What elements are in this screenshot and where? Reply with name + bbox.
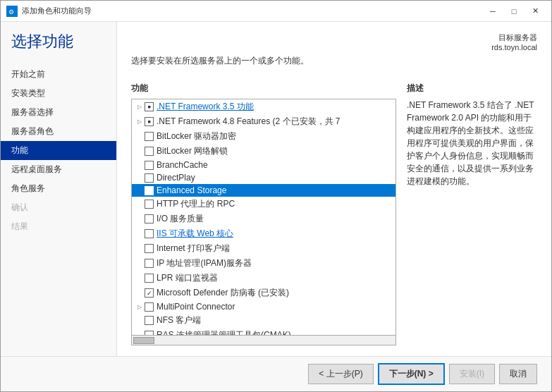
main-window: ⚙ 添加角色和功能向导 ─ □ ✕ 选择功能 开始之前 安装类型 服务器选择 服…	[0, 0, 552, 392]
feature-nfs[interactable]: NFS 客户端	[132, 313, 395, 328]
minimize-button[interactable]: ─	[482, 1, 503, 22]
feature-label-nfs: NFS 客户端	[157, 314, 201, 326]
expand-icon-io-quality	[135, 214, 145, 224]
sidebar-nav: 开始之前 安装类型 服务器选择 服务器角色 功能 远程桌面服务 角色服务 确认 …	[1, 65, 116, 236]
expand-icon-http-rpc	[135, 200, 145, 209]
title-text: 添加角色和功能向导	[22, 6, 92, 16]
next-button[interactable]: 下一步(N) >	[378, 363, 445, 385]
checkbox-bitlocker-drive[interactable]	[145, 132, 154, 141]
checkbox-defender[interactable]	[145, 288, 154, 298]
feature-bitlocker-net[interactable]: BitLocker 网络解锁	[132, 144, 395, 159]
feature-directplay[interactable]: DirectPlay	[132, 171, 395, 184]
main-panel: 目标服务器 rds.toyn.local 选择要安装在所选服务器上的一个或多个功…	[117, 22, 551, 356]
feature-bitlocker-drive[interactable]: BitLocker 驱动器加密	[132, 129, 395, 144]
expand-icon-nfs	[135, 316, 145, 326]
sidebar-item-results: 结果	[1, 217, 116, 236]
features-panel: 功能 ▷ .NET Framework 3.5 功能 ▷ .NET Fram	[131, 82, 396, 345]
expand-icon-ras	[135, 331, 145, 336]
checkbox-io-quality[interactable]	[145, 214, 154, 223]
title-bar-left: ⚙ 添加角色和功能向导	[6, 6, 92, 17]
expand-icon-net48[interactable]: ▷	[135, 117, 145, 127]
main-header: 目标服务器 rds.toyn.local 选择要安装在所选服务器上的一个或多个功…	[131, 32, 537, 74]
install-button[interactable]: 安装(I)	[449, 364, 495, 384]
feature-label-bitlocker-net: BitLocker 网络解锁	[157, 145, 228, 157]
title-controls: ─ □ ✕	[482, 1, 546, 22]
feature-label-multipoint: MultiPoint Connector	[157, 302, 235, 312]
checkbox-multipoint[interactable]	[145, 302, 154, 312]
sidebar-item-server-roles[interactable]: 服务器角色	[1, 122, 116, 141]
feature-lpr[interactable]: LPR 端口监视器	[132, 271, 395, 286]
feature-defender[interactable]: Microsoft Defender 防病毒 (已安装)	[132, 286, 395, 300]
two-column-layout: 功能 ▷ .NET Framework 3.5 功能 ▷ .NET Fram	[131, 82, 537, 345]
feature-ras[interactable]: RAS 连接管理器管理工具包(CMAK)	[132, 328, 395, 336]
checkbox-internet-print[interactable]	[145, 244, 154, 253]
description-text: .NET Framework 3.5 结合了 .NET Framework 2.…	[407, 99, 537, 188]
checkbox-net48[interactable]	[145, 117, 154, 126]
footer: < 上一步(P) 下一步(N) > 安装(I) 取消	[1, 356, 551, 391]
feature-multipoint[interactable]: ▷ MultiPoint Connector	[132, 300, 395, 313]
server-name: rds.toyn.local	[491, 43, 537, 51]
feature-enhanced-storage[interactable]: Enhanced Storage	[132, 184, 395, 197]
feature-label-net35: .NET Framework 3.5 功能	[157, 101, 254, 113]
expand-icon[interactable]: ▷	[135, 102, 145, 112]
instruction-text: 选择要安装在所选服务器上的一个或多个功能。	[131, 55, 537, 67]
expand-icon-defender	[135, 288, 145, 298]
expand-icon-bitlocker-net	[135, 147, 145, 157]
sidebar-item-start[interactable]: 开始之前	[1, 65, 116, 84]
checkbox-ras[interactable]	[145, 331, 154, 336]
expand-icon-lpr	[135, 274, 145, 283]
feature-branchcache[interactable]: BranchCache	[132, 159, 395, 171]
feature-net48[interactable]: ▷ .NET Framework 4.8 Features (2 个已安装，共 …	[132, 114, 395, 129]
feature-io-quality[interactable]: I/O 服务质量	[132, 212, 395, 226]
sidebar-item-server-select[interactable]: 服务器选择	[1, 103, 116, 122]
feature-label-io-quality: I/O 服务质量	[157, 213, 204, 225]
maximize-button[interactable]: □	[503, 1, 525, 22]
sidebar-item-rds[interactable]: 远程桌面服务	[1, 160, 116, 179]
checkbox-net35[interactable]	[145, 102, 154, 111]
expand-icon-internet-print	[135, 244, 145, 254]
checkbox-nfs[interactable]	[145, 316, 154, 325]
description-label: 描述	[407, 82, 537, 94]
sidebar-item-role-services[interactable]: 角色服务	[1, 179, 116, 198]
close-button[interactable]: ✕	[525, 1, 546, 22]
feature-label-net48: .NET Framework 4.8 Features (2 个已安装，共 7	[157, 116, 341, 128]
svg-text:⚙: ⚙	[8, 8, 14, 16]
feature-net35[interactable]: ▷ .NET Framework 3.5 功能	[132, 99, 395, 114]
checkbox-directplay[interactable]	[145, 173, 154, 183]
checkbox-lpr[interactable]	[145, 274, 154, 283]
sidebar-item-features[interactable]: 功能	[1, 141, 116, 160]
cancel-button[interactable]: 取消	[499, 364, 537, 384]
checkbox-http-rpc[interactable]	[145, 200, 154, 209]
features-list[interactable]: ▷ .NET Framework 3.5 功能 ▷ .NET Framework…	[131, 99, 396, 336]
title-bar: ⚙ 添加角色和功能向导 ─ □ ✕	[1, 1, 551, 22]
feature-http-rpc[interactable]: HTTP 代理上的 RPC	[132, 197, 395, 212]
checkbox-iis-core[interactable]	[145, 229, 154, 238]
checkbox-bitlocker-net[interactable]	[145, 147, 154, 156]
feature-label-http-rpc: HTTP 代理上的 RPC	[157, 198, 235, 210]
feature-ipam[interactable]: IP 地址管理(IPAM)服务器	[132, 256, 395, 271]
server-label: 目标服务器	[491, 32, 537, 43]
prev-button[interactable]: < 上一步(P)	[308, 364, 373, 384]
checkbox-enhanced-storage[interactable]	[145, 186, 154, 195]
feature-internet-print[interactable]: Internet 打印客户端	[132, 241, 395, 256]
feature-label-lpr: LPR 端口监视器	[157, 272, 218, 284]
sidebar-item-install-type[interactable]: 安装类型	[1, 84, 116, 103]
feature-iis-core[interactable]: IIS 可承载 Web 核心	[132, 226, 395, 241]
horizontal-scrollbar[interactable]	[131, 336, 396, 345]
checkbox-ipam[interactable]	[145, 259, 154, 268]
server-info: 目标服务器 rds.toyn.local	[131, 32, 537, 51]
page-title: 选择功能	[1, 32, 116, 65]
feature-label-iis-core: IIS 可承载 Web 核心	[157, 228, 233, 240]
wizard-icon: ⚙	[6, 6, 18, 17]
expand-icon-multipoint[interactable]: ▷	[135, 302, 145, 312]
checkbox-branchcache[interactable]	[145, 161, 154, 170]
expand-icon-iis-core	[135, 229, 145, 239]
feature-label-ras: RAS 连接管理器管理工具包(CMAK)	[157, 329, 291, 336]
expand-icon-branchcache	[135, 160, 145, 170]
feature-label-defender: Microsoft Defender 防病毒 (已安装)	[157, 287, 289, 299]
feature-label-directplay: DirectPlay	[157, 173, 195, 183]
feature-label-bitlocker-drive: BitLocker 驱动器加密	[157, 130, 236, 142]
features-label: 功能	[131, 82, 396, 94]
expand-icon-directplay	[135, 173, 145, 183]
feature-label-branchcache: BranchCache	[157, 160, 208, 170]
